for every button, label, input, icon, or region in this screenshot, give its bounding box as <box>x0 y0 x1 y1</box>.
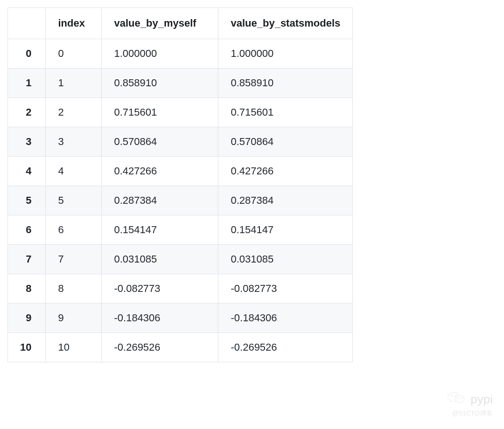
header-value-by-statsmodels: value_by_statsmodels <box>218 8 353 39</box>
cell-stats: -0.269526 <box>218 333 353 362</box>
cell-myself: -0.082773 <box>102 274 218 304</box>
cell-index: 1 <box>46 69 102 98</box>
cell-myself: 0.858910 <box>102 69 218 98</box>
watermark-label: pypi <box>470 392 493 407</box>
cell-stats: 0.031085 <box>218 245 353 274</box>
data-table-wrapper: index value_by_myself value_by_statsmode… <box>7 7 353 362</box>
svg-point-1 <box>455 395 464 402</box>
cell-index: 10 <box>46 333 102 362</box>
row-index-cell: 1 <box>8 69 46 98</box>
table-row: 3 3 0.570864 0.570864 <box>8 127 353 157</box>
cell-stats: 1.000000 <box>218 39 353 69</box>
table-row: 7 7 0.031085 0.031085 <box>8 245 353 274</box>
table-row: 9 9 -0.184306 -0.184306 <box>8 304 353 333</box>
cell-stats: -0.184306 <box>218 304 353 333</box>
watermark-sub: @51CTO博客 <box>452 409 493 418</box>
cell-stats: 0.715601 <box>218 98 353 127</box>
svg-point-3 <box>455 395 456 396</box>
header-index: index <box>46 8 102 39</box>
cell-index: 0 <box>46 39 102 69</box>
header-row-index <box>8 8 46 39</box>
table-row: 5 5 0.287384 0.287384 <box>8 186 353 215</box>
row-index-cell: 10 <box>8 333 46 362</box>
cell-myself: 1.000000 <box>102 39 218 69</box>
cell-index: 8 <box>46 274 102 304</box>
row-index-cell: 4 <box>8 157 46 186</box>
table-row: 6 6 0.154147 0.154147 <box>8 215 353 245</box>
row-index-cell: 7 <box>8 245 46 274</box>
cell-stats: 0.287384 <box>218 186 353 215</box>
cell-myself: 0.427266 <box>102 157 218 186</box>
svg-point-4 <box>458 398 459 399</box>
cell-myself: 0.031085 <box>102 245 218 274</box>
cell-myself: -0.184306 <box>102 304 218 333</box>
cell-index: 3 <box>46 127 102 157</box>
cell-stats: -0.082773 <box>218 274 353 304</box>
cell-stats: 0.570864 <box>218 127 353 157</box>
cell-index: 7 <box>46 245 102 274</box>
cell-stats: 0.154147 <box>218 215 353 245</box>
table-row: 10 10 -0.269526 -0.269526 <box>8 333 353 362</box>
table-row: 2 2 0.715601 0.715601 <box>8 98 353 127</box>
table-row: 1 1 0.858910 0.858910 <box>8 69 353 98</box>
cell-index: 6 <box>46 215 102 245</box>
row-index-cell: 5 <box>8 186 46 215</box>
row-index-cell: 6 <box>8 215 46 245</box>
table-row: 4 4 0.427266 0.427266 <box>8 157 353 186</box>
cell-myself: 0.287384 <box>102 186 218 215</box>
cell-myself: 0.715601 <box>102 98 218 127</box>
cell-index: 4 <box>46 157 102 186</box>
cell-stats: 0.427266 <box>218 157 353 186</box>
row-index-cell: 9 <box>8 304 46 333</box>
row-index-cell: 2 <box>8 98 46 127</box>
cell-myself: 0.154147 <box>102 215 218 245</box>
row-index-cell: 3 <box>8 127 46 157</box>
svg-point-5 <box>461 398 462 399</box>
table-header-row: index value_by_myself value_by_statsmode… <box>8 8 353 39</box>
watermark: pypi @51CTO博客 <box>446 391 493 418</box>
cell-myself: -0.269526 <box>102 333 218 362</box>
wechat-icon <box>446 391 467 408</box>
cell-index: 9 <box>46 304 102 333</box>
cell-myself: 0.570864 <box>102 127 218 157</box>
cell-index: 5 <box>46 186 102 215</box>
cell-stats: 0.858910 <box>218 69 353 98</box>
svg-point-2 <box>451 395 453 396</box>
row-index-cell: 0 <box>8 39 46 69</box>
header-value-by-myself: value_by_myself <box>102 8 218 39</box>
row-index-cell: 8 <box>8 274 46 304</box>
table-row: 8 8 -0.082773 -0.082773 <box>8 274 353 304</box>
cell-index: 2 <box>46 98 102 127</box>
watermark-top: pypi <box>446 391 493 408</box>
table-row: 0 0 1.000000 1.000000 <box>8 39 353 69</box>
data-table: index value_by_myself value_by_statsmode… <box>7 7 353 362</box>
